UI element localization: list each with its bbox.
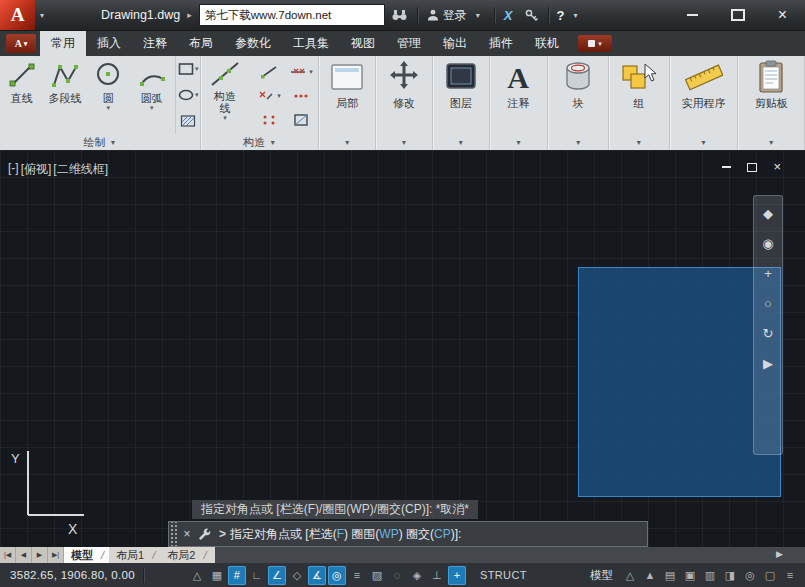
layout-tab[interactable]: 模型 / [64,547,109,563]
quick-properties-toggle[interactable]: ◨ [721,566,739,585]
viewport-menu-control[interactable]: [-] [8,161,19,178]
ribbon-tab[interactable]: 插入 [86,31,132,56]
help-caret-icon[interactable]: ▾ [568,11,582,20]
ribbon-tab[interactable]: 视图 [340,31,386,56]
panel-expand[interactable]: ▼ [738,134,804,150]
group-button[interactable]: 组 [620,56,658,134]
search-input[interactable] [200,5,384,25]
construction-line-tool-button[interactable]: 构造 线 ▾ [201,56,249,134]
clean-screen-toggle[interactable]: ▢ [761,566,779,585]
polar-tracking-toggle[interactable]: ∠ [268,566,286,585]
navigation-wheel-icon[interactable]: ◉ [759,234,777,252]
panel-expand[interactable]: ▼ [319,134,375,150]
showmotion-icon[interactable]: ▶ [759,354,777,372]
multiple-points-tool-button[interactable] [285,84,317,108]
drawing-canvas[interactable]: [-] [俯视] [二维线框] × ◆ ◉ + ○ ↻ ▶ [0,150,805,547]
dynamic-input-toggle[interactable]: + [448,566,466,585]
layout-nav-arrow-icon[interactable]: |◀ [0,547,16,563]
viewport-view-control[interactable]: [俯视] [21,161,52,178]
command-close-icon[interactable]: × [179,527,195,541]
ribbon-tab[interactable]: 联机 [524,31,570,56]
panel-expand[interactable]: ▼ [609,134,669,150]
layout-nav-arrow-icon[interactable]: ▶| [48,547,64,563]
viewport-minimize-icon[interactable] [722,166,731,168]
command-customize-wrench-icon[interactable] [195,528,213,541]
divide-tool-button[interactable]: ▾ [285,60,317,84]
close-button[interactable]: × [760,0,805,30]
point-tool-button[interactable]: ▾ [253,84,285,108]
layout-nav-arrow-icon[interactable]: ◀ [16,547,32,563]
layer-properties-button[interactable]: 图层 [442,56,480,134]
annotation-visibility-toggle[interactable]: △ [621,566,639,585]
autocad-logo[interactable]: A [0,0,35,30]
a360-menu-button[interactable]: ▾ [578,35,612,52]
line-tool-button[interactable]: 直线 [0,56,43,134]
dynamic-ucs-toggle[interactable]: ⊥ [428,566,446,585]
minimize-button[interactable] [670,0,715,30]
customization-toggle[interactable]: ≡ [781,566,799,585]
grid-display-toggle[interactable]: # [228,566,246,585]
ribbon-tab[interactable]: 参数化 [224,31,282,56]
workspace-switching-toggle[interactable]: ▣ [681,566,699,585]
text-button[interactable]: A 注释 [499,56,537,134]
model-space-label[interactable]: 模型 [582,568,621,583]
app-menu-caret-icon[interactable]: ▾ [35,11,49,20]
object-snap-toggle[interactable]: ◎ [328,566,346,585]
isolate-objects-toggle[interactable]: ◎ [741,566,759,585]
ribbon-tab[interactable]: 常用 [40,31,86,56]
object-snap-tracking-toggle[interactable]: ∡ [308,566,326,585]
application-menu-button[interactable]: A▾ [6,34,36,53]
panel-expand[interactable]: ▼ [376,134,432,150]
viewport-close-icon[interactable]: × [773,162,781,172]
ortho-mode-toggle[interactable]: ∟ [248,566,266,585]
viewport-restore-icon[interactable] [747,163,757,172]
layout-nav-arrow-icon[interactable]: ▶ [32,547,48,563]
help-button[interactable]: ? [552,8,568,23]
ribbon-tab[interactable]: 注释 [132,31,178,56]
polyline-tool-button[interactable]: 多段线 [43,56,86,134]
title-caret-icon[interactable]: ▸ [187,10,192,20]
transparency-toggle[interactable]: ▨ [368,566,386,585]
command-input-text[interactable]: 指定对角点或 [栏选(F) 圈围(WP) 圈交(CP)]: [230,526,461,543]
circle-tool-button[interactable]: 圆 ▾ [87,56,130,134]
panel-expand[interactable]: ▼ [670,134,738,150]
ribbon-tab[interactable]: 布局 [178,31,224,56]
annotation-scale-toggle[interactable]: ▤ [661,566,679,585]
ray-tool-button[interactable] [253,60,285,84]
panel-expand[interactable]: ▼ [433,134,489,150]
annotation-monitor-toggle[interactable]: ▥ [701,566,719,585]
measure-button[interactable]: 实用程序 [682,56,726,134]
sign-in-button[interactable]: 登录 ▾ [421,7,491,24]
paste-button[interactable]: 剪贴板 [752,56,790,134]
exchange-apps-button[interactable]: X [498,8,519,23]
ribbon-tab[interactable]: 输出 [432,31,478,56]
rectangle-tool-button[interactable]: ▾ [176,56,200,82]
panel-expand[interactable]: ▼ [490,134,548,150]
hatch-tool-button[interactable] [176,108,200,134]
layout-tab[interactable]: 布局1 / [109,547,160,563]
3d-object-snap-toggle[interactable]: ◈ [408,566,426,585]
construction-panel-title[interactable]: 构造 ▼ [201,134,318,150]
flyout-caret-icon[interactable]: ▾ [107,104,111,112]
zoom-icon[interactable]: ○ [759,294,777,312]
command-line[interactable]: × > 指定对角点或 [栏选(F) 圈围(WP) 圈交(CP)]: [168,521,648,547]
insert-block-button[interactable]: 块 [559,56,597,134]
selection-cycling-toggle[interactable]: ◌ [388,566,406,585]
overflow-arrow-icon[interactable]: ▶ [776,549,783,559]
binoculars-search-icon[interactable] [385,0,414,30]
ribbon-tab[interactable]: 插件 [478,31,524,56]
key-connect-icon[interactable] [518,0,545,30]
lineweight-toggle[interactable]: ≡ [348,566,366,585]
pan-icon[interactable]: + [759,264,777,282]
ellipse-tool-button[interactable]: ▾ [176,82,200,108]
snap-mode-toggle[interactable]: ▦ [208,566,226,585]
viewport-button[interactable]: 局部 [328,56,366,134]
panel-expand[interactable]: ▼ [548,134,608,150]
measure-tool-button[interactable] [253,108,285,132]
arc-tool-button[interactable]: 圆弧 ▾ [130,56,173,134]
region-tool-button[interactable] [285,108,317,132]
maximize-button[interactable] [715,0,760,30]
ribbon-tab[interactable]: 工具集 [282,31,340,56]
ribbon-tab[interactable]: 管理 [386,31,432,56]
flyout-caret-icon[interactable]: ▾ [150,104,154,112]
